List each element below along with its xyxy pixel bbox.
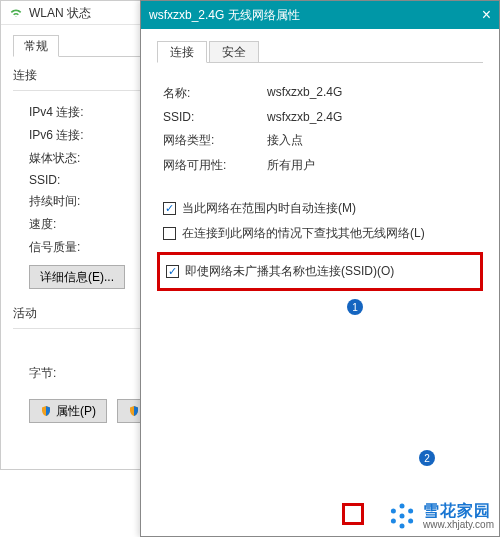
dialog-tabset: 连接 安全	[157, 41, 483, 63]
checkbox-hidden-label: 即使网络未广播其名称也连接(SSID)(O)	[185, 263, 394, 280]
checkbox-search-networks[interactable]: 在连接到此网络的情况下查找其他无线网络(L)	[157, 221, 483, 246]
watermark: 雪花家园 www.xhjaty.com	[387, 501, 494, 531]
svg-point-5	[391, 519, 396, 524]
value-name: wsfxzxb_2.4G	[267, 85, 483, 102]
snowflake-icon	[387, 501, 417, 531]
label-ssid: SSID:	[157, 110, 267, 124]
wifi-icon	[9, 6, 23, 20]
label-ipv4: IPv4 连接:	[29, 104, 119, 121]
checkbox-icon: ✓	[166, 265, 179, 278]
watermark-name: 雪花家园	[423, 502, 494, 520]
label-bytes: 字节:	[29, 365, 119, 382]
svg-point-4	[408, 509, 413, 514]
watermark-url: www.xhjaty.com	[423, 519, 494, 530]
label-media: 媒体状态:	[29, 150, 119, 167]
checkbox-icon: ✓	[163, 202, 176, 215]
value-ssid: wsfxzxb_2.4G	[267, 110, 483, 124]
step-badge-1: 1	[347, 299, 363, 315]
svg-point-2	[400, 524, 405, 529]
close-icon[interactable]: ×	[482, 6, 491, 24]
checkbox-icon	[163, 227, 176, 240]
details-button[interactable]: 详细信息(E)...	[29, 265, 125, 289]
shield-icon	[40, 405, 52, 417]
label-speed: 速度:	[29, 216, 119, 233]
properties-button[interactable]: 属性(P)	[29, 399, 107, 423]
label-ipv6: IPv6 连接:	[29, 127, 119, 144]
label-name: 名称:	[157, 85, 267, 102]
label-signal: 信号质量:	[29, 239, 119, 256]
tab-connection[interactable]: 连接	[157, 41, 207, 63]
tab-general[interactable]: 常规	[13, 35, 59, 57]
row-nettype: 网络类型: 接入点	[157, 128, 483, 153]
shield-icon	[128, 405, 140, 417]
svg-point-0	[400, 514, 405, 519]
checkbox-auto-label: 当此网络在范围内时自动连接(M)	[182, 200, 356, 217]
wireless-properties-dialog: wsfxzxb_2.4G 无线网络属性 × 连接 安全 名称: wsfxzxb_…	[140, 0, 500, 537]
label-duration: 持续时间:	[29, 193, 119, 210]
wlan-title-text: WLAN 状态	[29, 1, 91, 25]
svg-point-1	[400, 504, 405, 509]
checkbox-search-label: 在连接到此网络的情况下查找其他无线网络(L)	[182, 225, 425, 242]
label-ssid: SSID:	[29, 173, 119, 187]
dialog-body: 连接 安全 名称: wsfxzxb_2.4G SSID: wsfxzxb_2.4…	[141, 29, 499, 303]
checkbox-connect-hidden[interactable]: ✓ 即使网络未广播其名称也连接(SSID)(O)	[166, 259, 474, 284]
highlight-frame: ✓ 即使网络未广播其名称也连接(SSID)(O)	[157, 252, 483, 291]
step-badge-2: 2	[419, 450, 435, 466]
label-nettype: 网络类型:	[157, 132, 267, 149]
svg-point-3	[391, 509, 396, 514]
row-ssid: SSID: wsfxzxb_2.4G	[157, 106, 483, 128]
row-avail: 网络可用性: 所有用户	[157, 153, 483, 178]
highlight-square	[342, 503, 364, 525]
label-avail: 网络可用性:	[157, 157, 267, 174]
dialog-title-bar: wsfxzxb_2.4G 无线网络属性 ×	[141, 1, 499, 29]
value-avail: 所有用户	[267, 157, 483, 174]
value-nettype: 接入点	[267, 132, 483, 149]
dialog-title-text: wsfxzxb_2.4G 无线网络属性	[149, 7, 482, 24]
tab-security[interactable]: 安全	[209, 41, 259, 63]
properties-button-label: 属性(P)	[56, 403, 96, 420]
checkbox-auto-connect[interactable]: ✓ 当此网络在范围内时自动连接(M)	[157, 196, 483, 221]
svg-point-6	[408, 519, 413, 524]
row-name: 名称: wsfxzxb_2.4G	[157, 81, 483, 106]
